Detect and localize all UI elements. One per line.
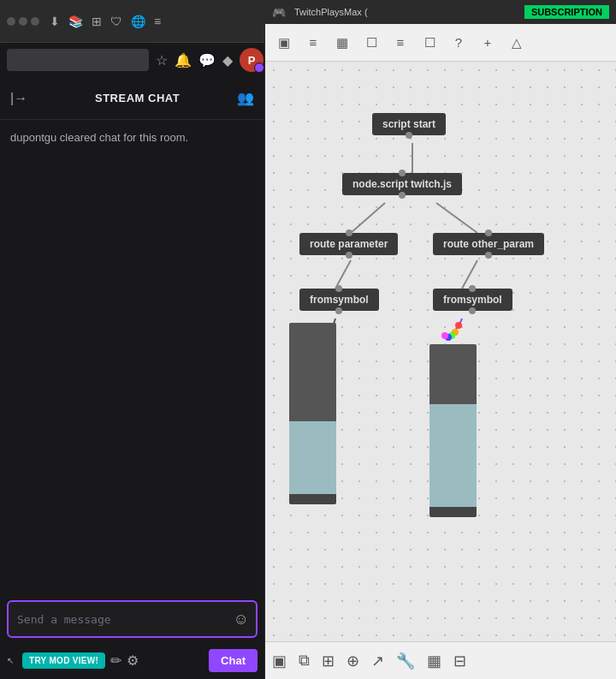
right-panel: 🎮 TwitchPlaysMax ( SUBSCRIPTION ▣ ≡ ▦ ☐ …: [265, 0, 616, 679]
bell-icon[interactable]: 🔔: [175, 52, 192, 68]
node-port-out[interactable]: [485, 252, 492, 259]
node-port-out[interactable]: [335, 307, 342, 314]
browser-bar: ⬇ 📚 ⊞ 🛡 🌐 ≡: [0, 0, 264, 43]
chat-title: STREAM CHAT: [38, 92, 237, 104]
system-message: dupontgu cleared chat for this room.: [10, 130, 254, 146]
node-port-out[interactable]: [406, 132, 412, 139]
tube-left-fill: [289, 421, 336, 494]
add-bottom-icon[interactable]: ⊕: [346, 652, 359, 670]
node-port-out[interactable]: [346, 252, 352, 259]
chat-bubble-icon[interactable]: 💬: [198, 52, 216, 68]
node-port-out[interactable]: [399, 192, 406, 199]
arrow-bottom-icon[interactable]: ↗: [371, 652, 384, 670]
chat-button[interactable]: Chat: [209, 649, 258, 672]
chat-input-area: ☺: [0, 593, 264, 641]
library-icon[interactable]: 📚: [68, 15, 83, 28]
search-input[interactable]: [7, 49, 149, 71]
svg-point-5: [455, 322, 462, 329]
shape-tool[interactable]: ☐: [359, 31, 383, 55]
bars-bottom-icon[interactable]: ▦: [427, 652, 441, 670]
tab-title[interactable]: TwitchPlaysMax (: [286, 4, 376, 20]
grid-bottom-icon[interactable]: ⊞: [322, 652, 335, 670]
help-tool[interactable]: ?: [447, 31, 471, 55]
line-tool[interactable]: ≡: [388, 31, 412, 55]
menu-icon[interactable]: ≡: [154, 15, 161, 28]
subscription-badge: SUBSCRIPTION: [524, 5, 609, 19]
node-port-in[interactable]: [346, 229, 352, 236]
pencil-icon[interactable]: ✏: [110, 652, 121, 669]
wrench-bottom-icon[interactable]: 🔧: [396, 652, 415, 670]
shield-icon[interactable]: 🛡: [110, 15, 122, 28]
download-icon[interactable]: ⬇: [50, 15, 60, 28]
left-panel: ⬇ 📚 ⊞ 🛡 🌐 ≡ ☆ 🔔 💬 ◆ P |→ STREAM CHAT 👥 d…: [0, 0, 265, 679]
triangle-tool[interactable]: △: [505, 31, 529, 55]
canvas-bottom-bar: ▣ ⧉ ⊞ ⊕ ↗ 🔧 ▦ ⊟: [265, 641, 616, 679]
emoji-button[interactable]: ☺: [234, 611, 249, 628]
bottom-toolbar: ↖ TRY MOD VIEW! ✏ ⚙ Chat: [0, 641, 264, 679]
svg-line-2: [436, 203, 477, 233]
select-bottom-icon[interactable]: ▣: [272, 652, 287, 670]
node-script-start[interactable]: script start: [372, 113, 446, 135]
path-tool[interactable]: ☐: [418, 31, 441, 55]
canvas-toolbar-top: ▣ ≡ ▦ ☐ ≡ ☐ ? + △: [265, 24, 616, 62]
chat-messages: dupontgu cleared chat for this room.: [0, 120, 264, 593]
cursor-indicator: ↖: [7, 656, 14, 665]
avatar[interactable]: P: [240, 48, 264, 72]
node-route-parameter[interactable]: route parameter: [299, 233, 398, 255]
browser-dots: [7, 17, 39, 26]
svg-point-7: [448, 332, 455, 339]
svg-line-4: [462, 260, 477, 289]
select-tool[interactable]: ▣: [272, 31, 296, 55]
node-twitch-script[interactable]: node.script twitch.js: [342, 173, 462, 195]
tube-right-fill: [429, 404, 477, 507]
svg-point-8: [445, 334, 452, 341]
svg-line-3: [335, 260, 351, 289]
tube-left: [289, 323, 336, 504]
message-input-wrapper: ☺: [7, 600, 258, 638]
node-port-in[interactable]: [335, 285, 342, 292]
message-input[interactable]: [17, 613, 225, 626]
node-fromsymbol-right[interactable]: fromsymbol: [433, 289, 512, 311]
keyboard-bottom-icon[interactable]: ⊟: [453, 652, 466, 670]
search-icons: ☆ 🔔 💬 ◆ P: [156, 48, 264, 72]
tube-left-bottom: [289, 494, 336, 504]
add-tool[interactable]: +: [476, 31, 500, 55]
settings-icon[interactable]: ⚙: [127, 652, 139, 669]
dot-1: [7, 17, 15, 26]
mod-view-button[interactable]: TRY MOD VIEW!: [22, 652, 105, 669]
svg-point-6: [452, 329, 459, 336]
node-port-in[interactable]: [485, 229, 492, 236]
tab-bar: 🎮 TwitchPlaysMax ( SUBSCRIPTION: [265, 0, 616, 24]
svg-line-1: [351, 203, 385, 233]
node-route-other[interactable]: route other_param: [433, 233, 544, 255]
node-fromsymbol-left[interactable]: fromsymbol: [299, 289, 379, 311]
dot-3: [31, 17, 39, 26]
node-port-in[interactable]: [469, 285, 476, 292]
star-icon[interactable]: ☆: [156, 52, 168, 68]
tube-left-body: [289, 323, 336, 494]
back-arrow-icon[interactable]: |→: [10, 91, 27, 106]
diamond-icon[interactable]: ◆: [222, 52, 233, 68]
frame-tool[interactable]: ≡: [301, 31, 325, 55]
users-icon[interactable]: 👥: [237, 90, 254, 106]
node-port-in[interactable]: [399, 170, 406, 176]
node-port-out[interactable]: [469, 307, 476, 314]
search-bar: ☆ 🔔 💬 ◆ P: [0, 43, 264, 77]
svg-point-9: [441, 332, 448, 339]
tab-favicon-icon: 🎮: [272, 6, 286, 19]
copy-bottom-icon[interactable]: ⧉: [299, 652, 310, 670]
tube-right-body: [429, 344, 477, 507]
tube-right-bottom: [429, 507, 477, 517]
dot-2: [19, 17, 27, 26]
chat-header: |→ STREAM CHAT 👥: [0, 77, 264, 120]
rect-tool[interactable]: ▦: [330, 31, 354, 55]
grid-icon[interactable]: ⊞: [92, 15, 102, 28]
tube-right: [429, 344, 477, 517]
node-canvas: script start node.script twitch.js route…: [265, 62, 616, 641]
browser-icons: ⬇ 📚 ⊞ 🛡 🌐 ≡: [50, 15, 161, 28]
globe-icon[interactable]: 🌐: [131, 15, 145, 28]
